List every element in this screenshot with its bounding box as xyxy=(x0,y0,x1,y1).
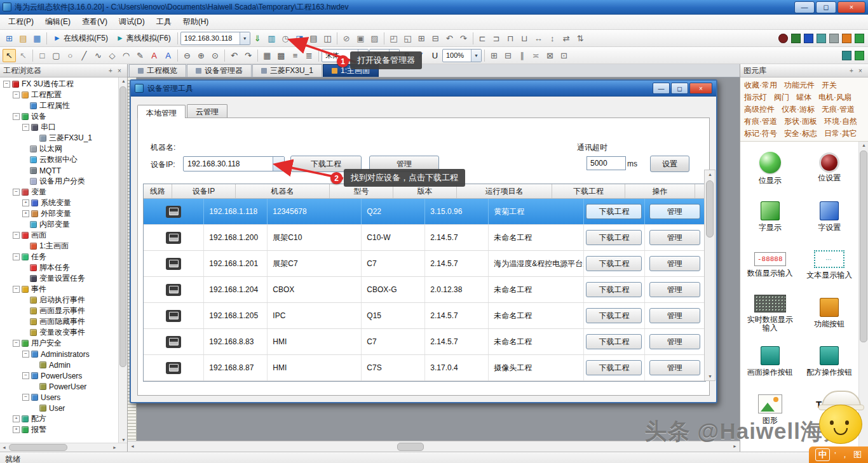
row-manage-button[interactable]: 管理 xyxy=(649,230,700,245)
offline-sim-button[interactable]: ►离线模拟(F6) xyxy=(112,32,175,45)
tree-item-powerusers-group[interactable]: − PowerUsers xyxy=(0,370,119,381)
color-teal-hatch-swatch[interactable] xyxy=(817,34,826,43)
rotate-right[interactable]: ↷ xyxy=(457,32,470,45)
undo[interactable]: ↶ xyxy=(227,49,241,62)
doc-tab-0[interactable]: 工程概览 xyxy=(129,64,186,77)
flip-horizontal[interactable]: ⇄ xyxy=(560,32,573,45)
tree-item-admin-user[interactable]: Admin xyxy=(0,359,119,370)
palette-item-bit-set[interactable]: 位设置 xyxy=(800,144,860,192)
color-green-swatch[interactable] xyxy=(791,34,801,43)
library-category-13[interactable]: 标记·符号 xyxy=(744,128,777,138)
tree-item-device-user-class[interactable]: 设备用户分类 xyxy=(0,176,119,187)
tree-item-screens[interactable]: − 画面 xyxy=(0,230,119,241)
tree-item-ethernet[interactable]: 以太网 xyxy=(0,144,119,154)
tree-expander[interactable]: − xyxy=(22,372,29,379)
palette-item-word-set[interactable]: 字设置 xyxy=(800,192,860,241)
tree-item-recipes[interactable]: + 配方 xyxy=(0,413,119,424)
device-manager[interactable]: ▥ xyxy=(265,32,278,45)
tree-expander[interactable]: − xyxy=(22,394,29,401)
tree-item-mqtt[interactable]: MQTT xyxy=(0,165,119,176)
tree-item-cloud-data[interactable]: 云数据中心 xyxy=(0,154,119,165)
print-preview[interactable]: ◫ xyxy=(321,32,334,45)
send-to-back[interactable]: ◱ xyxy=(401,32,414,45)
doc-tab-2[interactable]: 三菱FX3U_1 xyxy=(252,64,322,77)
library-category-2[interactable]: 开关 xyxy=(822,80,837,90)
tree-item-admin-group[interactable]: − Administrators xyxy=(0,349,119,359)
row-download-button[interactable]: 下载工程 xyxy=(586,360,642,375)
tree-expander[interactable]: − xyxy=(3,81,10,88)
tree-item-variable-set-task[interactable]: 变量设置任务 xyxy=(0,273,119,284)
tree-horizontal-scrollbar[interactable]: ◄ ► xyxy=(0,443,127,452)
tree-item-internal-variables[interactable]: 内部变量 xyxy=(0,219,119,230)
tree-expander[interactable]: − xyxy=(13,340,20,347)
lock-object[interactable]: ⊠ xyxy=(543,49,557,62)
tree-item-tasks[interactable]: − 任务 xyxy=(0,252,119,262)
align-left[interactable]: ⊏ xyxy=(476,32,489,45)
library-category-4[interactable]: 阀门 xyxy=(774,92,789,102)
library-category-9[interactable]: 无痕·管道 xyxy=(822,104,855,114)
close-button[interactable]: × xyxy=(837,1,865,13)
tree-item-plc-device[interactable]: 三菱FX3U_1 xyxy=(0,133,119,144)
color-orange-swatch[interactable] xyxy=(842,34,851,43)
tree-expander[interactable]: − xyxy=(22,351,29,358)
tree-expander[interactable]: + xyxy=(13,415,20,422)
underline-button[interactable]: U xyxy=(428,49,442,62)
tree-item-script-task[interactable]: 脚本任务 xyxy=(0,262,119,273)
dialog-tab-0[interactable]: 本地管理 xyxy=(137,105,186,118)
color-gray-hatch-swatch[interactable] xyxy=(829,34,839,43)
align-bottom[interactable]: ⊔ xyxy=(518,32,531,45)
line-tool[interactable]: ╱ xyxy=(78,49,91,62)
tree-item-system-variables[interactable]: + 系统变量 xyxy=(0,198,119,208)
table-row[interactable]: 192.168.1.201 展架C7 C7 2.14.5.7 海为温湿度&程控电… xyxy=(144,251,705,277)
design-canvas[interactable]: 设备管理工具 — ◻ × 本地管理云管理 机器名: 通讯超时 设备IP: 192… xyxy=(128,77,740,441)
tree-expander[interactable]: + xyxy=(13,426,20,433)
palette-item-text-input[interactable]: ⋯ 文本显示输入 xyxy=(800,241,860,289)
menu-item-5[interactable]: 帮助(H) xyxy=(177,15,215,29)
tree-item-main-screen[interactable]: 1:主画面 xyxy=(0,241,119,252)
tree-expander[interactable]: + xyxy=(22,199,29,206)
row-manage-button[interactable]: 管理 xyxy=(649,334,700,349)
color-maroon-swatch[interactable] xyxy=(778,34,788,43)
menu-item-1[interactable]: 编辑(E) xyxy=(39,15,76,29)
tree-expander[interactable]: + xyxy=(22,210,29,217)
open-project[interactable]: ▤ xyxy=(17,32,30,45)
distribute-vertical[interactable]: ≍ xyxy=(529,49,543,62)
library-category-10[interactable]: 有痕·管道 xyxy=(744,116,777,126)
line-swatch-green-swatch[interactable] xyxy=(855,51,864,60)
dialog-close-button[interactable]: × xyxy=(689,83,712,94)
tree-item-poweruser-user[interactable]: PowerUser xyxy=(0,381,119,392)
align-right[interactable]: ⊐ xyxy=(490,32,503,45)
paste[interactable]: ▨ xyxy=(368,32,381,45)
palette-item-numeric-input[interactable]: -88888 数值显示输入 xyxy=(740,241,800,289)
color-blue-swatch[interactable] xyxy=(804,34,813,43)
zoom-level-combo[interactable]: 100%▼ xyxy=(442,49,482,62)
flip-vertical[interactable]: ⇅ xyxy=(574,32,587,45)
row-manage-button[interactable]: 管理 xyxy=(649,256,700,271)
tree-item-variables[interactable]: − 变量 xyxy=(0,187,119,198)
table-vertical-scrollbar[interactable]: ▲ ▼ xyxy=(704,170,715,381)
menu-item-0[interactable]: 工程(P) xyxy=(3,15,39,29)
row-manage-button[interactable]: 管理 xyxy=(649,308,700,323)
ellipse-tool[interactable]: ○ xyxy=(64,49,77,62)
pointer-tool[interactable]: ↖ xyxy=(17,49,30,62)
same-height[interactable]: ↕ xyxy=(546,32,559,45)
library-category-15[interactable]: 日常·其它 xyxy=(824,128,857,138)
row-download-button[interactable]: 下载工程 xyxy=(586,230,642,245)
library-category-12[interactable]: 环境·自然 xyxy=(824,116,857,126)
align-top[interactable]: ⊓ xyxy=(504,32,517,45)
tree-item-startup-event[interactable]: 启动执行事件 xyxy=(0,295,119,305)
tree-item-users-group[interactable]: − Users xyxy=(0,392,119,403)
tree-item-screen-show-event[interactable]: 画面显示事件 xyxy=(0,305,119,316)
tree-expander[interactable]: − xyxy=(13,232,20,239)
text-tool[interactable]: A xyxy=(147,49,161,62)
row-download-button[interactable]: 下载工程 xyxy=(586,308,642,323)
tree-expander[interactable]: − xyxy=(13,189,20,196)
tree-expander[interactable]: − xyxy=(13,253,20,260)
text-align-center[interactable]: ≣ xyxy=(302,49,316,62)
new-project[interactable]: ⊞ xyxy=(3,32,16,45)
print[interactable]: ▤ xyxy=(307,32,320,45)
settings-button[interactable]: 设置 xyxy=(650,156,689,172)
tree-item-project-config[interactable]: − 工程配置 xyxy=(0,90,119,100)
save-project[interactable]: ▦ xyxy=(31,32,44,45)
dialog-minimize-button[interactable]: — xyxy=(653,83,670,94)
